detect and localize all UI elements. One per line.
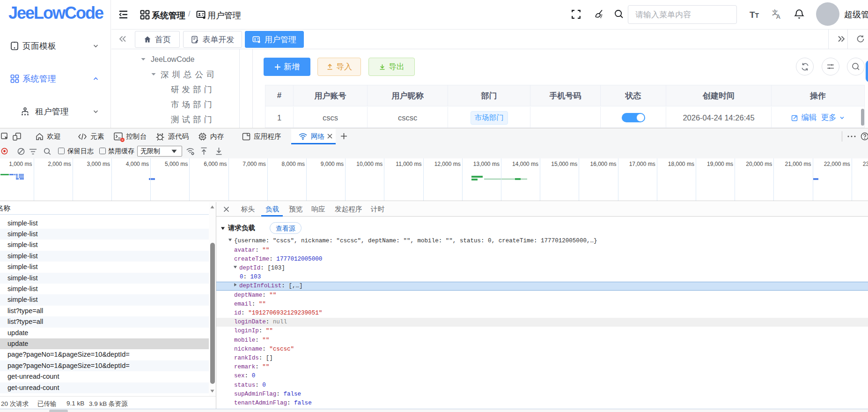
svg-text:A: A xyxy=(776,13,780,20)
